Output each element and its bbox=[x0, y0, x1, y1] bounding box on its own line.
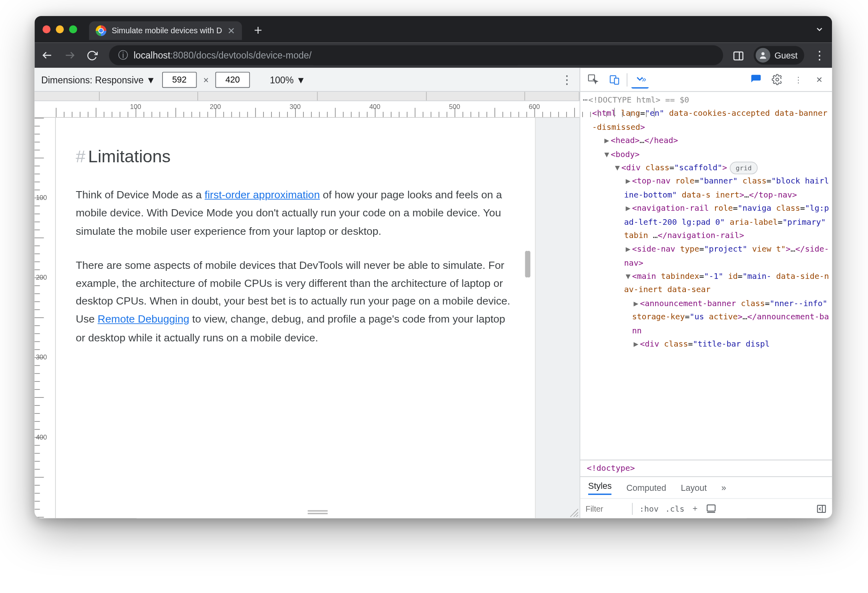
paragraph: Think of Device Mode as a first-order ap… bbox=[76, 186, 515, 240]
svg-rect-12 bbox=[707, 504, 715, 510]
breakpoints-bar[interactable] bbox=[34, 92, 579, 101]
zoom-select[interactable]: 100% ▼ bbox=[270, 74, 305, 85]
height-input[interactable] bbox=[215, 72, 250, 88]
new-style-icon[interactable]: ＋ bbox=[691, 503, 699, 514]
computed-styles-icon[interactable] bbox=[706, 503, 717, 514]
dom-node[interactable]: ▶<side-nav type="project" view t">…</sid… bbox=[580, 242, 832, 270]
dom-node[interactable]: ▶<announcement-banner class="nner--info"… bbox=[580, 296, 832, 337]
page-heading: #Limitations bbox=[76, 142, 515, 171]
link-remote-debugging[interactable]: Remote Debugging bbox=[98, 314, 189, 325]
devtools-menu-icon[interactable]: ⋮ bbox=[790, 71, 807, 88]
rendered-page[interactable]: #Limitations Think of Device Mode as a f… bbox=[56, 118, 536, 518]
dom-node[interactable]: ▶<navigation-rail role="naviga class="lg… bbox=[580, 202, 832, 242]
svg-rect-2 bbox=[734, 52, 743, 60]
hov-toggle[interactable]: :hov bbox=[639, 504, 659, 513]
tabs-overflow-icon[interactable]: » bbox=[721, 482, 726, 492]
device-toggle-icon[interactable] bbox=[605, 71, 623, 88]
dom-node[interactable]: ▼<main tabindex="-1" id="main- data-side… bbox=[580, 270, 832, 297]
styles-tabs: Styles Computed Layout » bbox=[580, 477, 832, 498]
close-tab-icon[interactable]: ✕ bbox=[227, 25, 235, 36]
dom-node[interactable]: ▼<body> bbox=[580, 147, 832, 161]
close-window[interactable] bbox=[42, 25, 50, 33]
close-devtools-icon[interactable]: ✕ bbox=[811, 71, 828, 88]
browser-menu-icon[interactable]: ⋮ bbox=[814, 48, 826, 63]
elements-tab-overflow[interactable]: » bbox=[631, 71, 649, 88]
ruler-horizontal: /*populated below*/ 100200300400500600 bbox=[34, 101, 579, 117]
filter-input[interactable] bbox=[585, 504, 625, 513]
guest-label: Guest bbox=[774, 50, 798, 60]
tab-styles[interactable]: Styles bbox=[588, 481, 612, 495]
cls-toggle[interactable]: .cls bbox=[665, 504, 685, 513]
svg-point-4 bbox=[762, 52, 765, 55]
maximize-window[interactable] bbox=[69, 25, 77, 33]
dom-node[interactable]: <html lang="en" data-cookies-accepted da… bbox=[580, 107, 832, 134]
tab-computed[interactable]: Computed bbox=[626, 482, 666, 492]
svg-rect-10 bbox=[614, 78, 619, 84]
tabs-dropdown-icon[interactable] bbox=[815, 25, 824, 34]
ruler-vertical: 100200300400 bbox=[34, 118, 56, 518]
tab-title: Simulate mobile devices with D bbox=[112, 26, 222, 35]
svg-point-11 bbox=[776, 78, 778, 81]
dimensions-select[interactable]: Dimensions: Responsive ▼ bbox=[41, 74, 155, 85]
url-text: localhost:8080/docs/devtools/device-mode… bbox=[134, 50, 311, 61]
site-info-icon[interactable]: ⓘ bbox=[118, 49, 128, 62]
tab-layout[interactable]: Layout bbox=[681, 482, 707, 492]
resize-handle-bottom[interactable] bbox=[308, 510, 328, 514]
scrollbar[interactable] bbox=[525, 251, 528, 277]
device-mode-pane: Dimensions: Responsive ▼ × 100% ▼ ⋮ /*po… bbox=[34, 68, 579, 518]
workspace: Dimensions: Responsive ▼ × 100% ▼ ⋮ /*po… bbox=[34, 68, 832, 518]
devtools-toolbar: » ⋮ ✕ bbox=[580, 68, 832, 92]
inspect-icon[interactable] bbox=[584, 71, 601, 88]
browser-tab[interactable]: Simulate mobile devices with D ✕ bbox=[89, 21, 242, 40]
reload-button[interactable] bbox=[86, 50, 100, 61]
new-tab-button[interactable]: ＋ bbox=[251, 20, 265, 38]
dom-tree[interactable]: ⋯<!DOCTYPE html> == $0 <html lang="en" d… bbox=[580, 92, 832, 460]
device-toolbar: Dimensions: Responsive ▼ × 100% ▼ ⋮ bbox=[34, 68, 579, 92]
issues-icon[interactable] bbox=[747, 71, 764, 88]
window-controls bbox=[42, 25, 77, 33]
side-panel-icon[interactable] bbox=[733, 50, 745, 61]
device-toolbar-menu-icon[interactable]: ⋮ bbox=[561, 72, 573, 87]
link-first-order[interactable]: first-order approximation bbox=[205, 189, 320, 200]
svg-line-7 bbox=[576, 515, 578, 517]
minimize-window[interactable] bbox=[56, 25, 64, 33]
url-toolbar: ⓘ localhost:8080/docs/devtools/device-mo… bbox=[34, 42, 832, 68]
dimension-x: × bbox=[203, 74, 209, 85]
dom-node[interactable]: ▶<head>…</head> bbox=[580, 134, 832, 147]
toggle-sidebar-icon[interactable] bbox=[816, 503, 827, 514]
back-button[interactable] bbox=[41, 49, 54, 61]
chrome-icon bbox=[96, 25, 106, 36]
dom-node[interactable]: ▶<top-nav role="banner" class="block hai… bbox=[580, 175, 832, 202]
profile-button[interactable]: Guest bbox=[754, 46, 804, 65]
titlebar: Simulate mobile devices with D ✕ ＋ bbox=[34, 16, 832, 42]
paragraph: There are some aspects of mobile devices… bbox=[76, 256, 515, 347]
forward-button[interactable] bbox=[64, 49, 77, 61]
viewport: #Limitations Think of Device Mode as a f… bbox=[56, 118, 579, 518]
address-bar[interactable]: ⓘ localhost:8080/docs/devtools/device-mo… bbox=[109, 45, 723, 65]
settings-icon[interactable] bbox=[768, 71, 786, 88]
grid-badge[interactable]: grid bbox=[730, 161, 758, 174]
styles-toolbar: :hov .cls ＋ bbox=[580, 498, 832, 518]
dom-node[interactable]: ▶<div class="title-bar displ bbox=[580, 337, 832, 351]
dom-node[interactable]: ▼<div class="scaffold">grid bbox=[580, 161, 832, 175]
breadcrumb[interactable]: <!doctype> bbox=[580, 460, 832, 477]
resize-handle-corner[interactable] bbox=[569, 508, 578, 517]
width-input[interactable] bbox=[162, 72, 197, 88]
browser-window: Simulate mobile devices with D ✕ ＋ ⓘ loc… bbox=[34, 16, 832, 518]
devtools-panel: » ⋮ ✕ ⋯<!DOCTYPE html> == $0 <html lang=… bbox=[580, 68, 832, 518]
avatar-icon bbox=[756, 48, 771, 63]
